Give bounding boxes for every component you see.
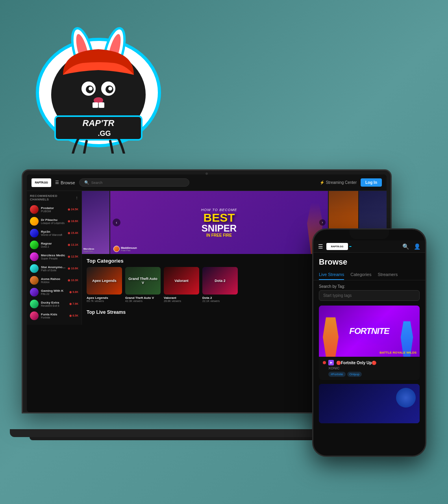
featured-main-card[interactable]: ‹ HOW TO BECOME BEST SNIPER IN FREE FIRE [110, 191, 328, 254]
channel-game: Path of Exile [41, 269, 65, 272]
phone-logo-badge [349, 246, 352, 247]
svg-point-11 [89, 87, 93, 91]
phone-menu-icon[interactable]: ☰ [318, 243, 323, 250]
channel-game: PUBGM [41, 210, 65, 213]
tab-categories[interactable]: Categories [350, 270, 371, 280]
category-name: Dota 2 [202, 296, 238, 300]
laptop-logo-image: RAPTR.GG [31, 178, 51, 187]
sidebar-item[interactable]: Predator PUBGM ◉ 24.5K [27, 204, 81, 215]
channel-info: Predator PUBGM [41, 206, 65, 213]
channel-viewers: ◉ 24.5K [68, 208, 78, 211]
channel-avatar [30, 205, 39, 214]
channel-info: Gaming With K Fifa 22 [41, 289, 67, 295]
channel-info: Dr Pikachu League of Legends [41, 218, 65, 224]
svg-point-12 [108, 87, 112, 91]
featured-sniper: SNIPER [201, 224, 237, 233]
featured-best: BEST [201, 212, 237, 224]
laptop-camera [205, 172, 208, 175]
channel-viewers: ◉ 12.5K [68, 255, 78, 258]
channel-info: Ducky Extra Resident Evil 8 [41, 301, 67, 307]
category-card[interactable]: Apex Legends Apex Legends 69.7K viewers [87, 267, 122, 302]
phone-nav-icons: 🔍 👤 [402, 243, 420, 250]
streaming-center-link[interactable]: ⚡ Streaming Center [320, 180, 357, 185]
tag-placeholder: Start typing tags [323, 293, 352, 298]
channel-viewers: ◉ 7.9K [69, 302, 78, 306]
tag-search-input[interactable]: Start typing tags [319, 290, 420, 301]
sidebar-item[interactable]: Dr Pikachu League of Legends ◉ 18.6K [27, 215, 81, 227]
prev-arrow[interactable]: ‹ [113, 219, 120, 226]
channel-name: Asma Rahoo [41, 277, 65, 281]
channel-avatar [30, 276, 39, 285]
sidebar-item[interactable]: Ducky Extra Resident Evil 8 ◉ 7.9K [27, 298, 81, 310]
category-card[interactable]: Dota 2 Dota 2 22.1K viewers [202, 267, 238, 302]
search-placeholder: Search [91, 181, 103, 185]
phone-content: Browse Live Streams Categories Streamers… [313, 253, 425, 456]
category-viewers: 28.8K viewers [164, 300, 199, 302]
tab-streamers[interactable]: Streamers [378, 270, 398, 280]
sidebar-item[interactable]: Gaming With K Fifa 22 ◉ 9.8K [27, 286, 81, 298]
tag-fortnite[interactable]: #Fortnite [328, 372, 346, 377]
channel-name: Funta Kids [41, 313, 67, 316]
sidebar-header-label: RECOMMENDED CHANNELS [30, 194, 75, 201]
category-viewers: 22.1K viewers [202, 300, 238, 302]
lightning-icon: ⚡ [320, 180, 324, 185]
channel-avatar [30, 288, 39, 296]
category-name: Valorant [164, 296, 199, 300]
phone-navbar: ☰ RAPTR.GG 🔍 👤 [313, 241, 425, 253]
category-card[interactable]: Grand Theft Auto V Grand Theft Auto V 42… [125, 267, 161, 302]
browse-label: Browse [61, 180, 75, 185]
channel-game: Roblox [41, 281, 65, 284]
channel-name: Ducky Extra [41, 301, 67, 304]
search-icon: 🔍 [84, 180, 89, 185]
phone-body: ☰ RAPTR.GG 🔍 👤 Browse [312, 228, 426, 457]
phone-logo-text: RAPTR.GG [326, 243, 348, 250]
phone-logo: RAPTR.GG [326, 243, 399, 250]
category-card[interactable]: Valorant Valorant 28.8K viewers [164, 267, 199, 302]
phone-search-icon[interactable]: 🔍 [402, 243, 409, 250]
svg-text:RAP'TR: RAP'TR [82, 118, 114, 128]
channel-name: Predator [41, 206, 65, 210]
channel-game: Dota 2 [41, 245, 65, 248]
sidebar-item[interactable]: Merciless Medic Super People ◉ 12.5K [27, 251, 81, 263]
channel-info: Ragnar Dota 2 [41, 242, 65, 248]
featured-streamer-game: Free Fire [121, 249, 137, 252]
stream-card-2[interactable] [319, 384, 420, 423]
channel-name: Gaming With K [41, 289, 67, 293]
svg-rect-14 [93, 102, 98, 108]
category-thumbnail: Dota 2 [202, 267, 238, 295]
channel-avatar [30, 217, 39, 226]
sidebar-channels-list: Predator PUBGM ◉ 24.5K Dr Pikachu League… [27, 204, 81, 322]
next-arrow[interactable]: › [319, 219, 326, 226]
tag-onlyup[interactable]: Onlyup [347, 372, 362, 377]
sidebar-item[interactable]: Ryz3n World of Warcraft ◉ 15.4K [27, 227, 81, 239]
phone-notch [350, 230, 389, 239]
phone-tabs: Live Streams Categories Streamers [313, 270, 425, 280]
phone-user-icon[interactable]: 👤 [414, 243, 420, 250]
laptop-navbar: RAPTR.GG ☰ Browse 🔍 Search ⚡ Streaming C… [27, 174, 387, 191]
laptop-search-bar[interactable]: 🔍 Search [79, 178, 189, 187]
channel-avatar [30, 229, 39, 237]
tab-live-streams[interactable]: Live Streams [319, 270, 344, 280]
category-name: Grand Theft Auto V [125, 296, 161, 300]
sidebar-item[interactable]: Asma Rahoo Roblox ◉ 10.3K [27, 274, 81, 286]
browse-button[interactable]: ☰ Browse [55, 180, 75, 185]
category-viewers: 42.3K viewers [125, 300, 161, 302]
sidebar-item[interactable]: Ragnar Dota 2 ◉ 13.1K [27, 239, 81, 251]
sidebar-item[interactable]: Star Anonymous Path of Exile ◉ 10.6K [27, 263, 81, 274]
sidebar-menu-icon: ⋮ [75, 196, 79, 200]
fortnite-wilds-badge: BATTLE ROYALE WILDS [380, 351, 417, 354]
channel-viewers: ◉ 10.6K [68, 267, 78, 270]
stream-card-fortnite[interactable]: FORTNITE BATTLE ROYALE WILDS ▶ 🔴Fortnite… [319, 306, 420, 380]
sidebar-header: RECOMMENDED CHANNELS ⋮ [27, 194, 81, 204]
channel-avatar [30, 252, 39, 261]
laptop-logo: RAPTR.GG [31, 178, 51, 187]
raptr-logo: RAP'TR .GG [31, 20, 165, 154]
stream-channel: XONIC [323, 366, 416, 370]
category-thumbnail: Apex Legends [87, 267, 122, 295]
login-button[interactable]: Log In [361, 178, 382, 187]
channel-info: Ryz3n World of Warcraft [41, 230, 65, 236]
sidebar-item[interactable]: Funta Kids Fortnite ◉ 6.5K [27, 310, 81, 322]
channel-name: Ragnar [41, 242, 65, 245]
live-indicator [323, 361, 326, 364]
category-viewers: 69.7K viewers [87, 300, 122, 302]
